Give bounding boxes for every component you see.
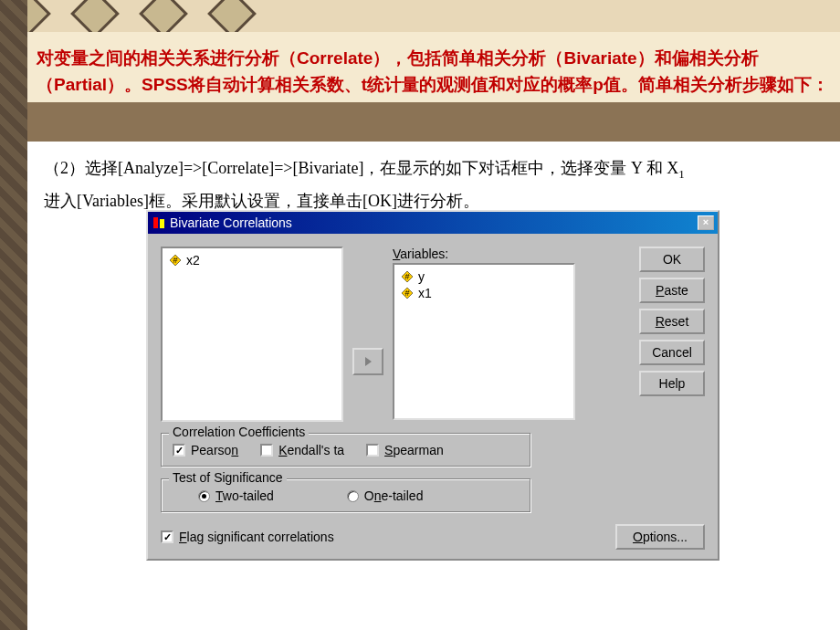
one-tailed-radio[interactable]: One-tailed: [347, 488, 424, 503]
source-variables-list[interactable]: # x2: [161, 247, 343, 422]
cancel-button[interactable]: Cancel: [639, 340, 705, 365]
fieldset-legend: Test of Significance: [169, 470, 287, 485]
help-button[interactable]: Help: [639, 371, 705, 396]
ok-button[interactable]: OK: [639, 247, 705, 272]
svg-rect-1: [160, 219, 164, 228]
bivariate-correlations-dialog: Bivariate Correlations × # x2 Variables:: [146, 210, 719, 561]
target-variables-list[interactable]: # y # x1: [393, 263, 575, 420]
test-of-significance-group: Test of Significance Two-tailed One-tail…: [161, 478, 531, 513]
arrow-right-icon: [363, 356, 373, 367]
checkbox-icon: [260, 444, 273, 457]
radio-icon: [198, 490, 210, 502]
list-item[interactable]: # x1: [398, 285, 570, 301]
checkbox-icon: ✓: [161, 530, 173, 543]
instruction-text: （2）选择[Analyze]=>[Correlate]=>[Bivariate]…: [44, 152, 824, 185]
fieldset-legend: Correlation Coefficients: [169, 425, 309, 439]
variable-icon: #: [400, 286, 415, 300]
options-button[interactable]: Options...: [615, 524, 705, 550]
radio-icon: [347, 490, 359, 502]
svg-rect-0: [153, 217, 158, 228]
move-right-button[interactable]: [352, 348, 383, 375]
intro-text: 对变量之间的相关关系进行分析（Correlate），包括简单相关分析（Bivar…: [37, 46, 831, 98]
svg-text:#: #: [404, 272, 409, 281]
two-tailed-radio[interactable]: Two-tailed: [198, 488, 274, 503]
app-icon: [152, 215, 166, 230]
dialog-titlebar[interactable]: Bivariate Correlations ×: [148, 212, 718, 234]
checkbox-icon: ✓: [173, 444, 185, 457]
svg-text:#: #: [173, 256, 177, 265]
svg-text:#: #: [404, 289, 409, 298]
variables-label: Variables:: [393, 247, 575, 261]
flag-significant-checkbox[interactable]: ✓ Flag significant correlations: [161, 530, 334, 544]
variable-icon: #: [400, 269, 415, 284]
spearman-checkbox[interactable]: Spearman: [366, 443, 444, 457]
kendall-checkbox[interactable]: Kendall's ta: [260, 443, 344, 457]
list-item[interactable]: # x2: [166, 252, 338, 268]
close-button[interactable]: ×: [698, 215, 714, 230]
pearson-checkbox[interactable]: ✓ Pearson: [173, 443, 238, 457]
variable-icon: #: [168, 253, 183, 268]
correlation-coefficients-group: Correlation Coefficients ✓ Pearson Kenda…: [161, 433, 531, 467]
reset-button[interactable]: Reset: [639, 309, 705, 334]
dialog-title: Bivariate Correlations: [170, 215, 698, 230]
paste-button[interactable]: Paste: [639, 278, 705, 303]
list-item[interactable]: # y: [398, 268, 570, 285]
checkbox-icon: [366, 444, 379, 457]
intro-panel: 对变量之间的相关关系进行分析（Correlate），包括简单相关分析（Bivar…: [27, 32, 840, 102]
svg-marker-4: [365, 357, 372, 366]
